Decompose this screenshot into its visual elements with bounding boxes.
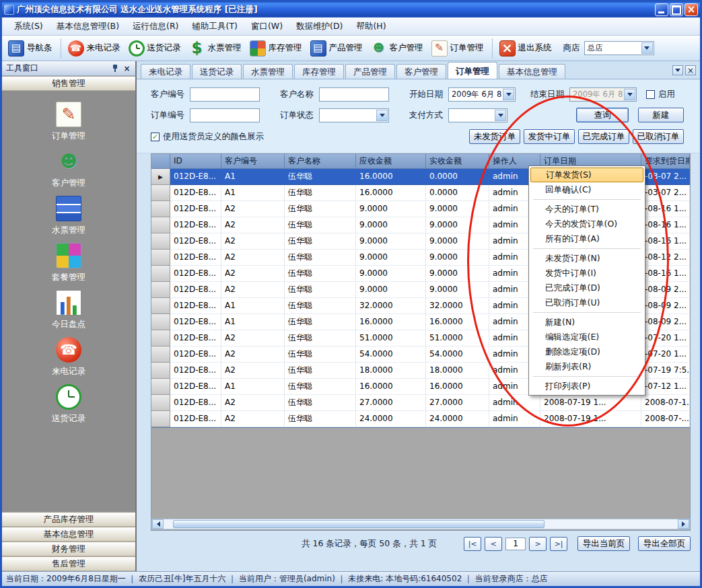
sidebar-section-bar[interactable]: 售后管理 bbox=[2, 556, 135, 571]
context-menu-item[interactable]: 未发货订单(N) bbox=[530, 251, 643, 266]
context-menu-item[interactable]: 刷新列表(R) bbox=[530, 359, 643, 374]
new-button[interactable]: 新建 bbox=[638, 108, 684, 122]
query-button[interactable]: 查询 bbox=[576, 108, 629, 122]
tab[interactable]: 库存管理 bbox=[294, 64, 344, 79]
export-all-pages-button[interactable]: 导出全部页 bbox=[638, 536, 691, 551]
context-menu-item[interactable]: 编辑选定项(E) bbox=[530, 330, 643, 344]
start-date-picker[interactable]: 2009年 6月 8日 bbox=[448, 87, 516, 102]
menu-item[interactable]: 系统(S) bbox=[7, 18, 50, 35]
grid-column-header[interactable]: 要求到货日期 bbox=[641, 154, 690, 169]
sidebar-item[interactable]: 套餐管理 bbox=[52, 243, 85, 283]
grid-column-header[interactable]: 客户编号 bbox=[221, 154, 285, 169]
tab-close-icon[interactable] bbox=[685, 65, 696, 75]
sidebar-item[interactable]: 客户管理 bbox=[52, 149, 85, 189]
scrollbar-thumb[interactable] bbox=[173, 520, 545, 528]
context-menu-item[interactable]: 打印列表(P) bbox=[530, 379, 643, 394]
context-menu-item[interactable]: 所有的订单(A) bbox=[530, 231, 643, 246]
sidebar-item[interactable]: 水票管理 bbox=[52, 196, 85, 236]
grid-column-header[interactable]: ID bbox=[170, 154, 221, 169]
tab[interactable]: 订单管理 bbox=[448, 62, 497, 79]
tab[interactable]: 客户管理 bbox=[396, 64, 446, 79]
scrollbar-track[interactable] bbox=[164, 519, 678, 529]
end-date-picker[interactable]: 2009年 6月 8日 bbox=[569, 87, 637, 102]
tab[interactable]: 产品管理 bbox=[345, 64, 395, 79]
context-menu-item[interactable]: 回单确认(C) bbox=[530, 182, 643, 197]
toolbar-button[interactable]: 库存管理 bbox=[246, 38, 306, 59]
last-page-button[interactable]: >| bbox=[550, 537, 567, 551]
horizontal-scrollbar[interactable] bbox=[151, 519, 690, 529]
grid-column-header[interactable]: 实收金额 bbox=[426, 154, 489, 169]
order-status-filter-button[interactable]: 已取消订单 bbox=[633, 129, 684, 144]
order-status-filter-button[interactable]: 未发货订单 bbox=[469, 129, 520, 144]
context-menu-item[interactable] bbox=[530, 197, 643, 202]
tab-list-chevron-down-icon[interactable] bbox=[672, 65, 683, 75]
menu-item[interactable]: 辅助工具(T) bbox=[186, 18, 244, 35]
pay-method-select[interactable] bbox=[448, 108, 507, 122]
order-no-input[interactable] bbox=[190, 108, 260, 122]
page-number-input[interactable] bbox=[505, 538, 526, 550]
end-date-arrow-icon[interactable] bbox=[624, 89, 635, 100]
maximize-button[interactable] bbox=[670, 3, 683, 16]
order-status-arrow-icon[interactable] bbox=[376, 110, 388, 121]
color-option-checkbox[interactable] bbox=[151, 133, 160, 141]
store-select[interactable]: 总店 bbox=[584, 41, 654, 55]
sidebar-section-bar[interactable]: 产品库存管理 bbox=[2, 512, 135, 527]
menu-item[interactable]: 基本信息管理(B) bbox=[50, 18, 126, 35]
sidebar-item[interactable]: 来电记录 bbox=[52, 337, 85, 377]
tab[interactable]: 基本信息管理 bbox=[499, 64, 565, 79]
customer-name-input[interactable] bbox=[319, 87, 389, 102]
sidebar-section-bar[interactable]: 基本信息管理 bbox=[2, 527, 135, 542]
sidebar-item[interactable]: 订单管理 bbox=[52, 102, 85, 142]
sidebar-item[interactable]: 今日盘点 bbox=[52, 290, 85, 330]
scroll-right-icon[interactable] bbox=[678, 519, 689, 529]
customer-no-input[interactable] bbox=[190, 87, 260, 102]
tab[interactable]: 来电记录 bbox=[141, 64, 190, 79]
context-menu-item[interactable]: 今天的订单(T) bbox=[530, 202, 643, 217]
toolbar-button[interactable]: 订单管理 bbox=[428, 38, 487, 59]
toolbar-button[interactable]: 客户管理 bbox=[367, 38, 427, 59]
context-menu-item[interactable] bbox=[530, 310, 643, 315]
context-menu-item[interactable]: 删除选定项(D) bbox=[530, 344, 643, 359]
context-menu-item[interactable]: 今天的发货订单(O) bbox=[530, 217, 643, 231]
context-menu-item[interactable]: 已完成订单(D) bbox=[530, 281, 643, 295]
enable-checkbox-group[interactable]: 启用 bbox=[646, 89, 675, 100]
store-select-arrow-icon[interactable] bbox=[641, 42, 653, 54]
table-row[interactable]: 012D-E8... A2 伍华聪 24.0000 24.0000 admin … bbox=[151, 411, 690, 427]
table-row[interactable]: 012D-E8... A2 伍华聪 27.0000 27.0000 admin … bbox=[151, 395, 690, 411]
color-option-group[interactable]: 使用送货员定义的颜色展示 bbox=[151, 131, 264, 143]
toolbar-button[interactable]: 退出系统 bbox=[492, 38, 555, 59]
start-date-arrow-icon[interactable] bbox=[503, 89, 514, 100]
context-menu-item[interactable]: 已取消订单(U) bbox=[530, 295, 643, 310]
enable-checkbox[interactable] bbox=[646, 90, 655, 99]
toolbar-button[interactable]: 水票管理 bbox=[186, 38, 245, 59]
grid-column-header[interactable]: 应收金额 bbox=[356, 154, 426, 169]
context-menu-item[interactable] bbox=[530, 374, 643, 379]
toolbar-button[interactable]: 导航条 bbox=[5, 38, 56, 59]
pin-icon[interactable] bbox=[112, 64, 118, 73]
sidebar-item[interactable]: 送货记录 bbox=[52, 384, 85, 425]
export-current-page-button[interactable]: 导出当前页 bbox=[577, 536, 630, 551]
next-page-button[interactable]: > bbox=[529, 537, 547, 551]
menu-item[interactable]: 窗口(W) bbox=[244, 18, 289, 35]
close-button[interactable] bbox=[685, 3, 698, 16]
context-menu-item[interactable]: 发货中订单(I) bbox=[530, 266, 643, 281]
toolbar-button[interactable]: 送货记录 bbox=[125, 38, 184, 59]
first-page-button[interactable]: |< bbox=[464, 537, 481, 551]
context-menu-item[interactable]: 新建(N) bbox=[530, 315, 643, 330]
context-menu-item[interactable]: 订单发货(S) bbox=[530, 168, 643, 182]
order-status-filter-button[interactable]: 已完成订单 bbox=[578, 129, 629, 144]
sidebar-section-sales[interactable]: 销售管理 bbox=[2, 76, 135, 91]
minimize-button[interactable] bbox=[655, 3, 668, 16]
menu-item[interactable]: 数据维护(D) bbox=[289, 18, 349, 35]
toolbar-button[interactable]: 来电记录 bbox=[61, 38, 124, 59]
tab[interactable]: 水票管理 bbox=[243, 64, 293, 79]
tab[interactable]: 送货记录 bbox=[192, 64, 242, 79]
prev-page-button[interactable]: < bbox=[485, 537, 502, 551]
sidebar-section-bar[interactable]: 财务管理 bbox=[2, 542, 135, 556]
scroll-left-icon[interactable] bbox=[152, 519, 164, 529]
tool-window-close-icon[interactable] bbox=[122, 64, 131, 73]
pay-method-arrow-icon[interactable] bbox=[495, 110, 506, 121]
order-status-select[interactable] bbox=[319, 108, 389, 122]
grid-column-header[interactable]: 客户名称 bbox=[285, 154, 356, 169]
menu-item[interactable]: 运行信息(R) bbox=[126, 18, 185, 35]
